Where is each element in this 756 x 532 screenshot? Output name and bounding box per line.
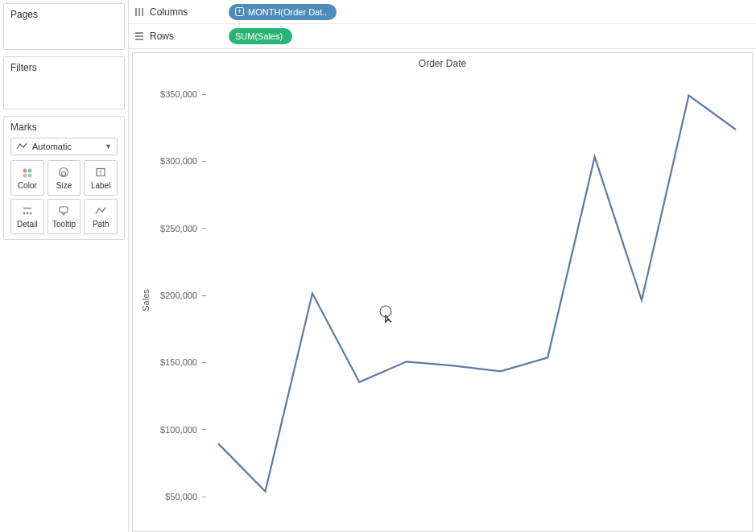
- line-chart-svg: [210, 71, 744, 530]
- columns-shelf[interactable]: Columns + MONTH(Order Dat..: [129, 0, 756, 24]
- svg-point-0: [23, 169, 27, 173]
- pages-card[interactable]: Pages: [3, 3, 125, 50]
- rows-pill[interactable]: SUM(Sales): [229, 28, 292, 44]
- svg-rect-11: [23, 208, 31, 208]
- tooltip-button[interactable]: Tooltip: [48, 199, 81, 234]
- tick-mark: [202, 295, 206, 296]
- left-panel: Pages Filters Marks Automatic ▼ ColorSiz…: [0, 0, 129, 532]
- chevron-down-icon: ▼: [105, 142, 112, 151]
- svg-rect-12: [60, 207, 68, 212]
- y-tick-label: $50,000: [133, 492, 202, 501]
- detail-button[interactable]: Detail: [10, 199, 44, 234]
- tick-mark: [202, 429, 206, 430]
- rows-pill-label: SUM(Sales): [235, 31, 283, 41]
- mark-btn-label: Color: [18, 181, 37, 190]
- chart-body: Sales $350,000$300,000$250,000$200,000$1…: [133, 71, 752, 530]
- visualization[interactable]: Order Date Sales $350,000$300,000$250,00…: [132, 52, 753, 532]
- tooltip-icon: [57, 204, 70, 217]
- y-tick-label: $250,000: [133, 224, 202, 233]
- pages-title: Pages: [4, 4, 124, 23]
- tick-mark: [202, 94, 206, 95]
- y-tick-label: $150,000: [133, 357, 202, 367]
- mark-type-label: Automatic: [32, 142, 72, 151]
- size-button[interactable]: Size: [48, 160, 81, 196]
- expand-icon: +: [235, 7, 244, 16]
- rows-label: Rows: [150, 31, 174, 42]
- detail-icon: [21, 204, 34, 217]
- label-button[interactable]: TLabel: [84, 160, 118, 196]
- tick-mark: [202, 161, 206, 162]
- y-tick-label: $200,000: [133, 291, 202, 300]
- columns-label: Columns: [150, 6, 188, 18]
- size-icon: [57, 166, 70, 179]
- svg-point-10: [30, 212, 32, 215]
- svg-point-5: [62, 172, 66, 176]
- y-tick-label: $300,000: [133, 156, 202, 166]
- data-line: [218, 96, 736, 492]
- mark-btn-label: Path: [93, 220, 109, 229]
- rows-shelf[interactable]: Rows SUM(Sales): [129, 24, 756, 48]
- svg-point-9: [27, 212, 29, 215]
- label-icon: T: [94, 166, 107, 179]
- color-button[interactable]: Color: [10, 160, 44, 196]
- mark-btn-label: Size: [56, 181, 72, 190]
- columns-pill[interactable]: + MONTH(Order Dat..: [229, 4, 337, 20]
- mark-type-dropdown[interactable]: Automatic ▼: [10, 138, 118, 155]
- marks-card: Marks Automatic ▼ ColorSizeTLabelDetailT…: [3, 116, 125, 240]
- tick-mark: [202, 362, 206, 363]
- svg-text:T: T: [99, 169, 103, 176]
- filters-card[interactable]: Filters: [3, 56, 125, 109]
- marks-title: Marks: [4, 117, 124, 136]
- shelves: Columns + MONTH(Order Dat.. Rows: [129, 0, 756, 49]
- filters-title: Filters: [4, 57, 124, 76]
- mark-btn-label: Detail: [17, 220, 38, 229]
- y-tick-label: $350,000: [133, 89, 202, 99]
- svg-point-2: [23, 174, 27, 178]
- plot-area[interactable]: [210, 71, 744, 530]
- chart-title: Order Date: [133, 53, 752, 71]
- tick-mark: [202, 228, 206, 229]
- path-button[interactable]: Path: [84, 199, 118, 234]
- svg-point-8: [23, 212, 26, 215]
- y-tick-label: $100,000: [133, 425, 202, 435]
- columns-pill-label: MONTH(Order Dat..: [248, 7, 327, 17]
- rows-icon: [134, 31, 145, 42]
- mark-btn-label: Label: [91, 181, 110, 190]
- color-icon: [21, 166, 34, 179]
- right-panel: Columns + MONTH(Order Dat.. Rows: [129, 0, 756, 532]
- svg-point-3: [27, 174, 31, 178]
- columns-icon: [134, 6, 145, 18]
- path-icon: [94, 204, 107, 217]
- tick-mark: [202, 497, 206, 497]
- mark-btn-label: Tooltip: [52, 220, 76, 229]
- line-type-icon: [16, 142, 27, 151]
- svg-point-1: [27, 169, 31, 173]
